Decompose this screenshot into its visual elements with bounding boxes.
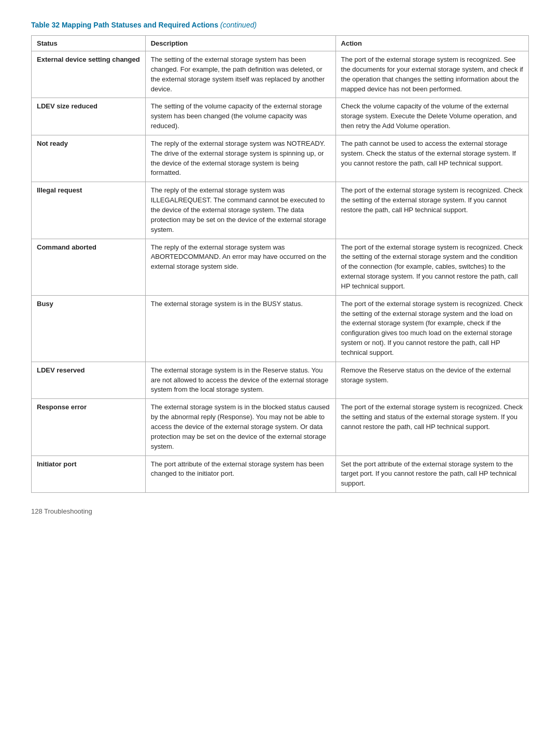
- action-cell: The port of the external storage system …: [335, 295, 528, 362]
- status-cell: Illegal request: [32, 182, 146, 239]
- col-action: Action: [335, 36, 528, 51]
- table-header-row: Status Description Action: [32, 36, 529, 51]
- action-cell: The port of the external storage system …: [335, 51, 528, 98]
- table-row: LDEV size reducedThe setting of the volu…: [32, 98, 529, 135]
- title-continued-text: (continued): [220, 21, 257, 29]
- description-cell: The port attribute of the external stora…: [145, 455, 335, 493]
- page-title: Table 32 Mapping Path Statuses and Requi…: [31, 21, 529, 29]
- description-cell: The reply of the external storage system…: [145, 135, 335, 182]
- table-row: BusyThe external storage system is in th…: [32, 295, 529, 362]
- action-cell: The path cannot be used to access the ex…: [335, 135, 528, 182]
- description-cell: The reply of the external storage system…: [145, 239, 335, 295]
- col-description: Description: [145, 36, 335, 51]
- col-status: Status: [32, 36, 146, 51]
- action-cell: The port of the external storage system …: [335, 182, 528, 239]
- status-cell: Response error: [32, 399, 146, 455]
- status-cell: Not ready: [32, 135, 146, 182]
- description-cell: The external storage system is in the Re…: [145, 362, 335, 399]
- title-prefix: Table 32 Mapping Path Statuses and Requi…: [31, 21, 218, 29]
- action-cell: Set the port attribute of the external s…: [335, 455, 528, 493]
- action-cell: The port of the external storage system …: [335, 399, 528, 455]
- table-row: Initiator portThe port attribute of the …: [32, 455, 529, 493]
- table-row: Illegal requestThe reply of the external…: [32, 182, 529, 239]
- description-cell: The external storage system is in the BU…: [145, 295, 335, 362]
- description-cell: The reply of the external storage system…: [145, 182, 335, 239]
- status-cell: Busy: [32, 295, 146, 362]
- status-cell: LDEV size reduced: [32, 98, 146, 135]
- table-row: External device setting changedThe setti…: [32, 51, 529, 98]
- status-cell: Command aborted: [32, 239, 146, 295]
- action-cell: Check the volume capacity of the volume …: [335, 98, 528, 135]
- page-footer: 128 Troubleshooting: [31, 507, 529, 515]
- table-row: LDEV reservedThe external storage system…: [32, 362, 529, 399]
- description-cell: The setting of the external storage syst…: [145, 51, 335, 98]
- mapping-table: Status Description Action External devic…: [31, 35, 529, 493]
- status-cell: External device setting changed: [32, 51, 146, 98]
- footer-text: 128 Troubleshooting: [31, 507, 92, 515]
- table-row: Response errorThe external storage syste…: [32, 399, 529, 455]
- table-row: Command abortedThe reply of the external…: [32, 239, 529, 295]
- status-cell: LDEV reserved: [32, 362, 146, 399]
- action-cell: Remove the Reserve status on the device …: [335, 362, 528, 399]
- description-cell: The external storage system is in the bl…: [145, 399, 335, 455]
- action-cell: The port of the external storage system …: [335, 239, 528, 295]
- status-cell: Initiator port: [32, 455, 146, 493]
- description-cell: The setting of the volume capacity of th…: [145, 98, 335, 135]
- table-row: Not readyThe reply of the external stora…: [32, 135, 529, 182]
